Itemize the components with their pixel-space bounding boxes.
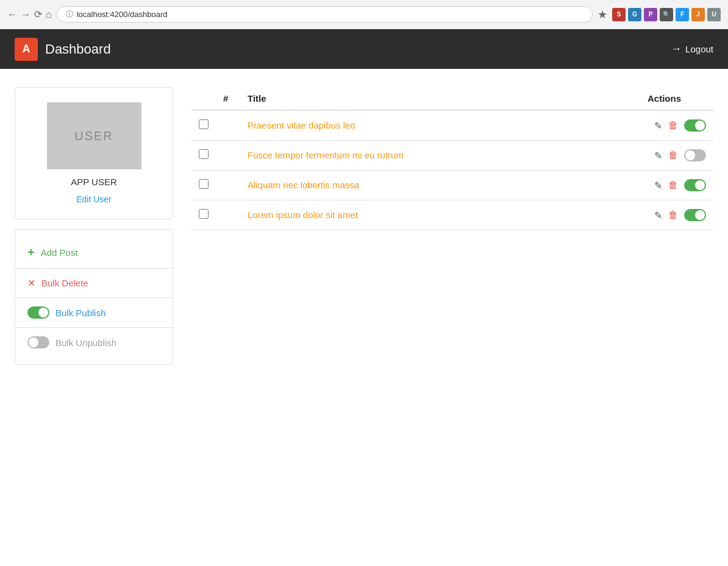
logout-button[interactable]: → Logout: [671, 43, 713, 55]
delete-icon[interactable]: 🗑: [668, 210, 678, 221]
row-actions-cell: ✎🗑: [640, 110, 713, 141]
edit-icon[interactable]: ✎: [654, 120, 662, 132]
post-title-text[interactable]: Aliquam nec lobortis massa: [248, 180, 359, 190]
row-checkbox[interactable]: [199, 179, 209, 189]
main-content: USER APP USER Edit User + Add Post ✕ Bul…: [0, 69, 728, 566]
close-icon: ✕: [27, 277, 35, 289]
delete-icon[interactable]: 🗑: [668, 120, 678, 131]
delete-icon[interactable]: 🗑: [668, 150, 678, 161]
publish-toggle[interactable]: [684, 119, 706, 132]
ext-7: U: [707, 8, 721, 21]
app-title: Dashboard: [45, 41, 111, 57]
star-icon[interactable]: ★: [598, 8, 607, 21]
row-title: Fusce tempor fermentum mi eu rutrum: [240, 141, 640, 171]
lock-icon: ⓘ: [66, 9, 73, 19]
edit-icon[interactable]: ✎: [654, 210, 662, 221]
post-title-text[interactable]: Fusce tempor fermentum mi eu rutrum: [248, 150, 404, 160]
forward-icon[interactable]: →: [21, 9, 30, 20]
app-header: A Dashboard → Logout: [0, 29, 728, 69]
publish-toggle-icon: [27, 306, 49, 319]
row-number: [216, 171, 240, 200]
post-title-text[interactable]: Lorem ipsum dolor sit amet: [248, 210, 358, 220]
user-name: APP USER: [71, 177, 117, 187]
hash-label: #: [223, 93, 228, 104]
row-number: [216, 110, 240, 141]
home-icon[interactable]: ⌂: [46, 9, 52, 20]
ext-6: J: [691, 8, 705, 21]
browser-nav-icons: ← → ⟳ ⌂: [7, 9, 52, 20]
table-row: Praesent vitae dapibus leo✎🗑: [191, 110, 713, 141]
browser-ext-icons: S G P 🔍 F J U: [612, 8, 721, 21]
row-checkbox-cell: [191, 110, 216, 141]
ext-3: P: [644, 8, 657, 21]
back-icon[interactable]: ←: [7, 9, 17, 20]
row-checkbox[interactable]: [199, 119, 209, 129]
row-actions-cell: ✎🗑: [640, 171, 713, 200]
ext-5: F: [676, 8, 689, 21]
publish-toggle[interactable]: [684, 209, 706, 221]
refresh-icon[interactable]: ⟳: [34, 9, 42, 20]
ext-2: G: [628, 8, 641, 21]
title-label: Title: [248, 93, 266, 104]
bulk-unpublish-button[interactable]: Bulk Unpublish: [15, 328, 173, 357]
post-title-text[interactable]: Praesent vitae dapibus leo: [248, 120, 355, 130]
actions-card: + Add Post ✕ Bulk Delete Bulk Publish Bu…: [15, 229, 173, 365]
table-row: Lorem ipsum dolor sit amet✎🗑: [191, 200, 713, 230]
th-check: [191, 87, 216, 110]
row-title: Aliquam nec lobortis massa: [240, 171, 640, 200]
publish-toggle[interactable]: [684, 149, 706, 161]
bulk-delete-label: Bulk Delete: [41, 278, 88, 288]
posts-table: # Title Actions Praesent vitae dapibus l…: [191, 87, 713, 230]
th-hash: #: [216, 87, 240, 110]
bulk-publish-button[interactable]: Bulk Publish: [15, 298, 173, 328]
table-row: Fusce tempor fermentum mi eu rutrum✎🗑: [191, 141, 713, 171]
th-actions: Actions: [640, 87, 713, 110]
row-title: Praesent vitae dapibus leo: [240, 110, 640, 141]
bulk-publish-label: Bulk Publish: [55, 308, 106, 318]
content-area: # Title Actions Praesent vitae dapibus l…: [191, 87, 713, 548]
add-post-button[interactable]: + Add Post: [15, 237, 173, 269]
avatar: USER: [47, 102, 141, 169]
row-number: [216, 200, 240, 230]
add-icon: +: [27, 246, 35, 260]
bulk-delete-button[interactable]: ✕ Bulk Delete: [15, 269, 173, 298]
unpublish-toggle-icon: [27, 336, 49, 348]
th-title: Title: [240, 87, 640, 110]
actions-label: Actions: [648, 93, 681, 104]
add-post-label: Add Post: [41, 247, 78, 258]
row-checkbox[interactable]: [199, 149, 209, 159]
app-logo: A: [15, 38, 38, 61]
user-card: USER APP USER Edit User: [15, 87, 173, 219]
bulk-unpublish-label: Bulk Unpublish: [55, 338, 116, 348]
browser-bar: ← → ⟳ ⌂ ⓘ localhost:4200/dashboard ★ S G…: [0, 0, 728, 29]
row-checkbox-cell: [191, 200, 216, 230]
row-actions-cell: ✎🗑: [640, 200, 713, 230]
sidebar: USER APP USER Edit User + Add Post ✕ Bul…: [15, 87, 173, 548]
ext-1: S: [612, 8, 626, 21]
row-checkbox-cell: [191, 141, 216, 171]
publish-toggle[interactable]: [684, 179, 706, 191]
table-row: Aliquam nec lobortis massa✎🗑: [191, 171, 713, 200]
edit-icon[interactable]: ✎: [654, 180, 662, 191]
row-checkbox[interactable]: [199, 209, 209, 219]
row-actions-cell: ✎🗑: [640, 141, 713, 171]
row-checkbox-cell: [191, 171, 216, 200]
address-bar[interactable]: ⓘ localhost:4200/dashboard: [57, 6, 593, 23]
logout-label: Logout: [685, 44, 713, 54]
ext-4: 🔍: [660, 8, 673, 21]
url-text: localhost:4200/dashboard: [77, 10, 168, 19]
row-title: Lorem ipsum dolor sit amet: [240, 200, 640, 230]
app-header-left: A Dashboard: [15, 38, 111, 61]
edit-user-link[interactable]: Edit User: [76, 194, 112, 204]
delete-icon[interactable]: 🗑: [668, 180, 678, 191]
edit-icon[interactable]: ✎: [654, 150, 662, 161]
row-number: [216, 141, 240, 171]
logout-icon: →: [671, 43, 682, 55]
